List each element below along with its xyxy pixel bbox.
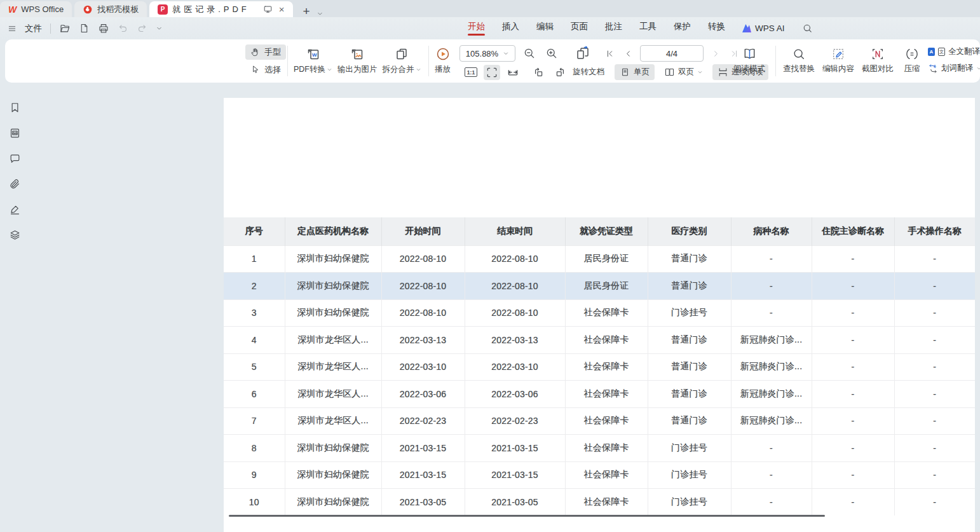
column-header: 住院主诊断名称 xyxy=(812,217,894,245)
double-page-button[interactable]: 双页 xyxy=(659,64,708,80)
replace-pages-icon[interactable] xyxy=(575,46,591,61)
table-cell: - xyxy=(894,353,975,381)
table-cell: 2022-08-10 xyxy=(465,245,565,273)
table-cell: - xyxy=(894,273,975,300)
tab-wps-office[interactable]: W WPS Office xyxy=(0,1,72,17)
play-button[interactable]: 播放 xyxy=(432,42,453,79)
column-header: 手术操作名称 xyxy=(894,217,975,245)
single-page-icon xyxy=(620,67,630,78)
find-replace-button[interactable]: 查找替换 xyxy=(779,42,819,79)
full-translate-button[interactable]: A 文 全文翻译 xyxy=(928,46,980,57)
table-row: 3深圳市妇幼保健院2022-08-102022-08-10社会保障卡门诊挂号--… xyxy=(224,299,975,327)
table-cell: 社会保障卡 xyxy=(565,381,648,408)
hand-tool-button[interactable]: 手型 xyxy=(245,44,286,60)
chevron-down-icon xyxy=(327,67,332,72)
search-icon[interactable] xyxy=(802,23,813,34)
hamburger-icon[interactable] xyxy=(8,24,17,33)
quick-tools-chevron-icon[interactable] xyxy=(156,25,163,32)
menu-bar: 文件 开始 插入 编辑 页面 批注 工具 保护 转换 WPS AI xyxy=(0,17,980,39)
table-cell: 1 xyxy=(224,245,285,273)
undo-icon[interactable] xyxy=(118,23,128,34)
table-cell: 8 xyxy=(224,435,285,462)
table-cell: - xyxy=(894,327,975,354)
split-merge-button[interactable]: 拆分合并 xyxy=(380,42,424,79)
menu-edit[interactable]: 编辑 xyxy=(536,21,554,36)
tab-label: 找稻壳模板 xyxy=(97,4,139,15)
export-image-button[interactable]: 输出为图片 xyxy=(335,42,380,79)
zoom-out-icon[interactable] xyxy=(521,46,538,61)
redo-icon[interactable] xyxy=(137,23,147,34)
table-cell: 深圳市龙华区人... xyxy=(285,327,381,354)
table-cell: 门诊挂号 xyxy=(648,435,731,462)
layers-icon[interactable] xyxy=(8,228,22,242)
fit-page-button[interactable] xyxy=(484,65,500,80)
zoom-level-select[interactable]: 105.88% xyxy=(459,45,515,62)
menu-protect[interactable]: 保护 xyxy=(674,21,691,36)
file-menu[interactable]: 文件 xyxy=(25,23,42,34)
read-mode-button[interactable]: 阅读模式 xyxy=(731,42,768,79)
menu-insert[interactable]: 插入 xyxy=(502,21,519,36)
tab-tools: × xyxy=(263,4,285,15)
new-tab-button[interactable]: + xyxy=(303,5,310,17)
table-cell: - xyxy=(731,273,812,300)
comments-icon[interactable] xyxy=(8,151,22,165)
word-translate-button[interactable]: A 划词翻译 xyxy=(928,63,980,74)
main-menus: 开始 插入 编辑 页面 批注 工具 保护 转换 WPS AI xyxy=(468,17,813,39)
table-cell: 2021-03-05 xyxy=(381,489,465,516)
single-page-button[interactable]: 单页 xyxy=(615,64,655,80)
table-cell: 深圳市妇幼保健院 xyxy=(285,245,381,273)
pdf-convert-button[interactable]: W PDF转换 xyxy=(291,42,335,79)
select-tool-button[interactable]: 选择 xyxy=(245,62,286,78)
table-cell: 7 xyxy=(224,407,285,435)
menu-home[interactable]: 开始 xyxy=(468,21,485,36)
table-row: 2深圳市妇幼保健院2022-08-102022-08-10居民身份证普通门诊--… xyxy=(224,273,975,300)
sign-icon[interactable] xyxy=(8,202,22,216)
attachments-icon[interactable] xyxy=(8,177,22,191)
translate-group: A 文 全文翻译 A 划词翻译 xyxy=(928,46,980,74)
open-folder-icon[interactable] xyxy=(59,23,71,34)
chevron-down-icon xyxy=(976,65,980,71)
compress-button[interactable]: 压缩 xyxy=(897,42,927,79)
continuous-read-icon xyxy=(718,67,728,78)
first-page-icon[interactable] xyxy=(603,46,616,61)
table-bottom-scrollbar[interactable] xyxy=(229,515,825,517)
table-cell: 深圳市妇幼保健院 xyxy=(285,273,381,300)
tab-list-chevron-icon[interactable] xyxy=(316,10,323,17)
close-tab-icon[interactable]: × xyxy=(279,4,285,15)
next-page-icon[interactable] xyxy=(709,46,722,61)
save-icon[interactable] xyxy=(79,23,90,34)
table-cell: 2021-03-05 xyxy=(465,489,565,516)
menu-convert[interactable]: 转换 xyxy=(708,21,725,36)
bookmark-icon[interactable] xyxy=(8,100,22,114)
edit-content-button[interactable]: 编辑内容 xyxy=(819,42,858,79)
screenshot-compare-button[interactable]: 截图对比 xyxy=(858,42,897,79)
thumbnails-icon[interactable] xyxy=(8,126,22,140)
tab-document-active[interactable]: P 就医记录.PDF × xyxy=(149,1,292,17)
rotate-left-button[interactable] xyxy=(531,65,547,80)
table-cell: - xyxy=(731,299,812,327)
left-panel-sidebar xyxy=(8,100,23,242)
column-header: 结束时间 xyxy=(465,217,565,245)
zoom-in-icon[interactable] xyxy=(543,46,560,61)
docer-logo-icon xyxy=(83,4,93,15)
tab-docer-templates[interactable]: 找稻壳模板 xyxy=(74,1,147,17)
present-monitor-icon[interactable] xyxy=(263,4,273,14)
page-number-input[interactable]: 4/4 xyxy=(640,45,704,62)
fit-width-button[interactable] xyxy=(505,65,521,80)
divider xyxy=(50,24,51,34)
rotate-right-button[interactable] xyxy=(552,65,568,80)
actual-size-button[interactable]: 1:1 xyxy=(463,65,479,80)
column-header: 开始时间 xyxy=(381,217,465,245)
previous-page-icon[interactable] xyxy=(622,46,634,61)
menu-wps-ai[interactable]: WPS AI xyxy=(742,24,785,33)
menu-tools[interactable]: 工具 xyxy=(639,21,657,36)
print-icon[interactable] xyxy=(98,23,109,34)
rotate-doc-label[interactable]: 旋转文档 xyxy=(573,67,604,78)
svg-text:W: W xyxy=(312,52,317,58)
translate-cjk-icon: 文 xyxy=(938,48,945,56)
table-cell: 深圳市妇幼保健院 xyxy=(285,435,381,462)
table-cell: - xyxy=(731,489,812,516)
zoom-page-controls-top: 105.88% 4/4 xyxy=(459,45,740,62)
menu-page[interactable]: 页面 xyxy=(571,21,588,36)
menu-comment[interactable]: 批注 xyxy=(605,21,622,36)
